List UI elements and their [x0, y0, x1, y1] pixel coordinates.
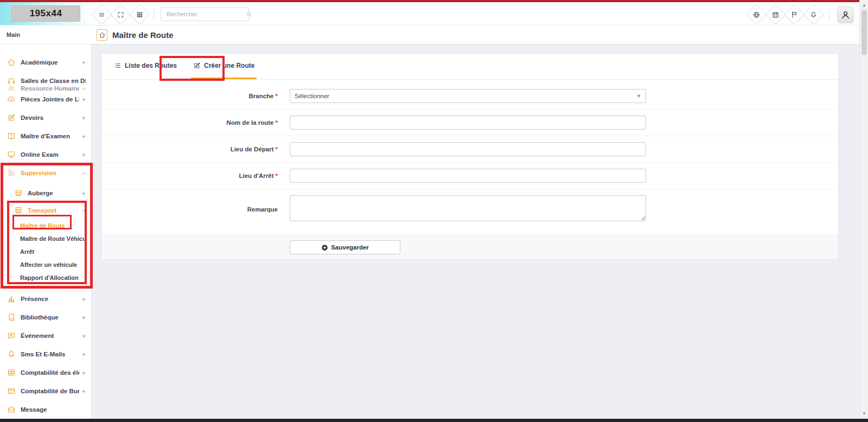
- tab-liste-des-routes[interactable]: Liste des Routes: [112, 54, 179, 79]
- form-row-branche: Branche*Sélectionner▼: [101, 83, 838, 109]
- bell-icon: [7, 350, 16, 359]
- sidebar: Ressource Humaine+ Académique+Salles de …: [0, 44, 92, 420]
- expand-plus-icon[interactable]: +: [79, 369, 86, 377]
- expand-plus-icon[interactable]: +: [79, 132, 86, 140]
- field-label: Nom de la route*: [101, 119, 290, 126]
- rss-icon: [7, 169, 16, 177]
- sidebar-item-ma-tre-de-route[interactable]: Maître de Route: [0, 219, 91, 232]
- branch-select[interactable]: Sélectionner▼: [290, 89, 646, 103]
- home-button[interactable]: [97, 29, 107, 41]
- sidebar-toggle-button[interactable]: [91, 4, 112, 24]
- fullscreen-button[interactable]: [110, 4, 131, 24]
- sidebar-item-label: Présence: [21, 296, 79, 302]
- sidebar-item-supervision[interactable]: Supervision−: [0, 164, 91, 182]
- top-accent-strip: [0, 0, 868, 2]
- home-icon: [99, 31, 106, 39]
- expand-plus-icon[interactable]: +: [79, 189, 86, 197]
- sidebar-item-transport[interactable]: Transport−: [0, 202, 91, 219]
- sidebar-item-message[interactable]: Message: [0, 400, 91, 419]
- save-button[interactable]: Sauvegarder: [290, 240, 400, 254]
- field-label: Lieu de Départ*: [101, 146, 290, 152]
- sidebar-item-rapport-d-allocation[interactable]: Rapport d'Allocation: [0, 271, 91, 284]
- menu-icon: [98, 11, 106, 18]
- notifications-button[interactable]: [803, 4, 824, 24]
- expand-plus-icon[interactable]: +: [79, 151, 86, 159]
- sidebar-item-arr-t[interactable]: Arrêt: [0, 245, 91, 258]
- edit-icon: [7, 113, 16, 122]
- user-avatar[interactable]: [837, 7, 854, 23]
- header-right-actions: [749, 7, 821, 22]
- monitor-icon: [7, 150, 16, 159]
- sidebar-item-online-exam[interactable]: Online Exam+: [0, 145, 91, 164]
- sidebar-item-label: Comptabilité des élèves: [21, 369, 79, 376]
- sidebar-item-label: Arrêt: [20, 248, 86, 255]
- expand-plus-icon[interactable]: +: [79, 332, 86, 340]
- sidebar-item-label: Maître d'Examen: [21, 133, 79, 139]
- required-asterisk: *: [276, 146, 278, 152]
- expand-plus-icon[interactable]: +: [79, 314, 86, 322]
- text-input-1[interactable]: [290, 116, 646, 130]
- flag-icon: [791, 11, 799, 18]
- sidebar-item-label: Rapport d'Allocation: [20, 274, 86, 281]
- sidebar-item-acad-mique[interactable]: Académique+: [0, 53, 91, 72]
- expand-plus-icon[interactable]: +: [79, 114, 86, 122]
- scrollbar-thumb[interactable]: [861, 10, 867, 55]
- language-button[interactable]: [746, 4, 767, 24]
- globe-icon: [753, 11, 761, 18]
- sidebar-item-comptabilit-de-bureau[interactable]: Comptabilité de Bureau+: [0, 382, 91, 400]
- app-header: 195x44: [0, 2, 859, 25]
- page-scrollbar[interactable]: ▲ ▼: [859, 0, 868, 419]
- required-asterisk: *: [276, 119, 278, 126]
- search-input[interactable]: [161, 11, 246, 17]
- scrollbar-up-arrow[interactable]: ▲: [860, 3, 868, 8]
- sidebar-item-ma-tre-d-examen[interactable]: Maître d'Examen+: [0, 127, 91, 145]
- expand-plus-icon[interactable]: +: [79, 95, 86, 104]
- sidebar-item-biblioth-que[interactable]: Bibliothèque+: [0, 308, 91, 327]
- expand-plus-icon[interactable]: +: [79, 85, 86, 93]
- header-left-actions: [94, 7, 147, 22]
- sidebar-nav: Académique+Salles de Classe en DirectPiè…: [0, 53, 91, 419]
- sidebar-item-label: Ressource Humaine: [21, 85, 79, 92]
- remark-textarea[interactable]: [290, 195, 646, 221]
- calendar-icon: [772, 11, 780, 18]
- apps-grid-button[interactable]: [129, 4, 150, 24]
- collapse-minus-icon[interactable]: −: [79, 207, 86, 215]
- sidebar-item--v-nement[interactable]: Événement+: [0, 327, 91, 345]
- caret-down-icon: ▼: [636, 93, 641, 99]
- sidebar-item-pr-sence[interactable]: Présence+: [0, 290, 91, 308]
- sidebar-item-ma-tre-de-route-v-hicule[interactable]: Maître de Route Véhicule: [0, 232, 91, 245]
- list-icon: [114, 62, 122, 69]
- form-footer: Sauvegarder: [101, 235, 838, 259]
- expand-plus-icon[interactable]: +: [79, 295, 86, 303]
- collapse-minus-icon[interactable]: −: [79, 169, 86, 177]
- bell-icon: [810, 11, 818, 18]
- text-input-3[interactable]: [290, 169, 646, 183]
- scrollbar-down-arrow[interactable]: ▼: [860, 411, 868, 416]
- sidebar-item-comptabilit-des-l-ves[interactable]: Comptabilité des élèves+: [0, 363, 91, 382]
- route-master-card: Liste des RoutesCréer une Route Branche*…: [101, 53, 839, 260]
- text-input-2[interactable]: [290, 142, 646, 156]
- calendar-button[interactable]: [765, 4, 786, 24]
- page-title: Maître de Route: [112, 30, 174, 40]
- search-icon: [246, 11, 253, 18]
- tab-cr-er-une-route[interactable]: Créer une Route: [191, 54, 257, 79]
- expand-plus-icon[interactable]: +: [79, 387, 86, 395]
- header-separator: [154, 9, 154, 20]
- sidebar-item-sms-et-e-mails[interactable]: Sms Et E-Mails+: [0, 345, 91, 363]
- card-icon: [7, 387, 16, 395]
- expand-plus-icon[interactable]: +: [79, 59, 86, 67]
- bus-icon: [14, 206, 23, 215]
- expand-plus-icon[interactable]: +: [79, 350, 86, 359]
- field-label: Remarque: [101, 206, 290, 213]
- sidebar-item-label: Maître de Route: [20, 222, 86, 229]
- sidebar-item-affecter-un-v-hicule[interactable]: Affecter un véhicule: [0, 258, 91, 271]
- sidebar-item-auberge[interactable]: Auberge+: [0, 184, 91, 202]
- user-icon: [840, 10, 851, 20]
- sidebar-item-label: Bibliothèque: [21, 314, 79, 321]
- sidebar-item-devoirs[interactable]: Devoirs+: [0, 108, 91, 127]
- sidebar-item-ressource-humaine[interactable]: Ressource Humaine+: [0, 82, 91, 95]
- flag-button[interactable]: [784, 4, 805, 24]
- required-asterisk: *: [276, 172, 278, 179]
- form-row-lieu-de-d-part: Lieu de Départ*: [101, 136, 838, 162]
- sidebar-item-label: Pièces Jointes de Livres: [21, 96, 79, 103]
